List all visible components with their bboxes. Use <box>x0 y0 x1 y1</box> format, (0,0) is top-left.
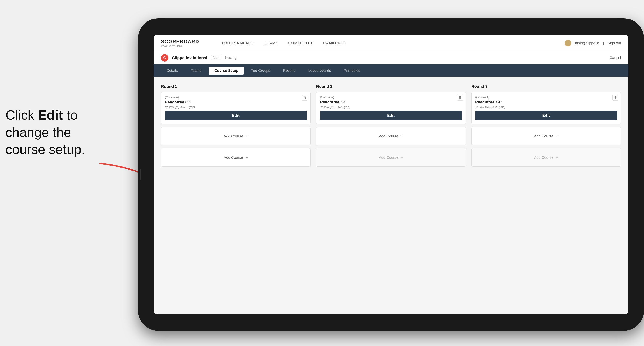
round-3-delete-button[interactable]: 🗑 <box>612 95 618 101</box>
tab-leaderboards[interactable]: Leaderboards <box>303 67 336 75</box>
tablet-frame: SCOREBOARD Powered by clippd TOURNAMENTS… <box>138 18 644 331</box>
round-1-add-course-text-2: Add Course + <box>224 155 248 160</box>
round-3-add-course-text-2: Add Course + <box>534 155 558 160</box>
tournament-name: Clippd Invitational <box>172 55 207 60</box>
scoreboard-logo: SCOREBOARD Powered by clippd <box>161 39 199 47</box>
tablet-side-button <box>140 169 141 180</box>
round-1-course-tag: (Course A) <box>165 96 307 99</box>
hosting-badge: Hosting <box>225 56 236 60</box>
round-3-add-course-1[interactable]: Add Course + <box>472 127 621 145</box>
nav-rankings[interactable]: RANKINGS <box>323 41 346 46</box>
round-2-column: Round 2 🗑 (Course A) Peachtree GC Yellow… <box>316 84 466 170</box>
round-3-course-card: 🗑 (Course A) Peachtree GC Yellow (M) (66… <box>472 92 621 124</box>
cancel-button[interactable]: Cancel <box>610 56 621 60</box>
round-3-add-course-text-1: Add Course + <box>534 134 558 139</box>
round-2-add-course-1[interactable]: Add Course + <box>316 127 466 145</box>
round-3-edit-button[interactable]: Edit <box>475 111 617 120</box>
round-1-add-course-1[interactable]: Add Course + <box>161 127 310 145</box>
tablet-screen: SCOREBOARD Powered by clippd TOURNAMENTS… <box>154 35 628 314</box>
round-2-add-course-text-2: Add Course + <box>379 155 403 160</box>
powered-by: Powered by clippd <box>161 44 199 47</box>
nav-links: TOURNAMENTS TEAMS COMMITTEE RANKINGS <box>221 41 346 46</box>
round-2-course-details: Yellow (M) (6629 yds) <box>320 105 462 109</box>
round-2-add-course-2: Add Course + <box>316 148 466 167</box>
round-1-course-card: 🗑 (Course A) Peachtree GC Yellow (M) (66… <box>161 92 310 124</box>
user-avatar <box>565 40 571 46</box>
tab-teams[interactable]: Teams <box>185 67 207 75</box>
round-1-label: Round 1 <box>161 84 310 89</box>
tab-details[interactable]: Details <box>161 67 183 75</box>
round-1-delete-button[interactable]: 🗑 <box>302 95 308 101</box>
round-1-edit-button[interactable]: Edit <box>165 111 307 120</box>
logo-area: SCOREBOARD Powered by clippd <box>161 39 199 47</box>
round-2-add-course-text-1: Add Course + <box>379 134 403 139</box>
tab-course-setup[interactable]: Course Setup <box>209 67 244 75</box>
scoreboard-title: SCOREBOARD <box>161 39 199 44</box>
sign-out-link[interactable]: Sign out <box>608 41 621 45</box>
top-nav: SCOREBOARD Powered by clippd TOURNAMENTS… <box>154 35 628 51</box>
nav-teams[interactable]: TEAMS <box>264 41 278 46</box>
round-2-course-name: Peachtree GC <box>320 100 462 105</box>
nav-separator: | <box>603 41 604 45</box>
round-1-course-details: Yellow (M) (6629 yds) <box>165 105 307 109</box>
round-1-column: Round 1 🗑 (Course A) Peachtree GC Yellow… <box>161 84 310 170</box>
round-2-label: Round 2 <box>316 84 466 89</box>
instruction-text: Click Edit tochange thecourse setup. <box>6 107 85 158</box>
round-3-course-details: Yellow (M) (6629 yds) <box>475 105 617 109</box>
round-2-edit-button[interactable]: Edit <box>320 111 462 120</box>
tab-results[interactable]: Results <box>278 67 301 75</box>
sub-header: C Clippd Invitational Men Hosting Cancel <box>154 51 628 64</box>
clippd-logo: C <box>161 54 168 62</box>
content-area: Round 1 🗑 (Course A) Peachtree GC Yellow… <box>154 77 628 314</box>
round-3-course-name: Peachtree GC <box>475 100 617 105</box>
rounds-grid: Round 1 🗑 (Course A) Peachtree GC Yellow… <box>161 84 621 170</box>
round-3-add-course-2: Add Course + <box>472 148 621 167</box>
round-2-course-tag: (Course A) <box>320 96 462 99</box>
round-3-label: Round 3 <box>472 84 621 89</box>
nav-tournaments[interactable]: TOURNAMENTS <box>221 41 255 46</box>
tab-tee-groups[interactable]: Tee Groups <box>246 67 276 75</box>
user-email: blair@clippd.io <box>575 41 599 45</box>
round-2-course-card: 🗑 (Course A) Peachtree GC Yellow (M) (66… <box>316 92 466 124</box>
tab-printables[interactable]: Printables <box>338 67 366 75</box>
round-3-column: Round 3 🗑 (Course A) Peachtree GC Yellow… <box>472 84 621 170</box>
nav-committee[interactable]: COMMITTEE <box>288 41 314 46</box>
gender-badge: Men <box>211 55 221 60</box>
tournament-info: C Clippd Invitational Men Hosting <box>161 54 236 62</box>
round-1-add-course-text-1: Add Course + <box>224 134 248 139</box>
nav-right: blair@clippd.io | Sign out <box>565 40 621 46</box>
round-2-delete-button[interactable]: 🗑 <box>457 95 463 101</box>
round-1-add-course-2[interactable]: Add Course + <box>161 148 310 167</box>
edit-bold: Edit <box>38 108 63 122</box>
tab-bar: Details Teams Course Setup Tee Groups Re… <box>154 64 628 77</box>
round-3-course-tag: (Course A) <box>475 96 617 99</box>
round-1-course-name: Peachtree GC <box>165 100 307 105</box>
